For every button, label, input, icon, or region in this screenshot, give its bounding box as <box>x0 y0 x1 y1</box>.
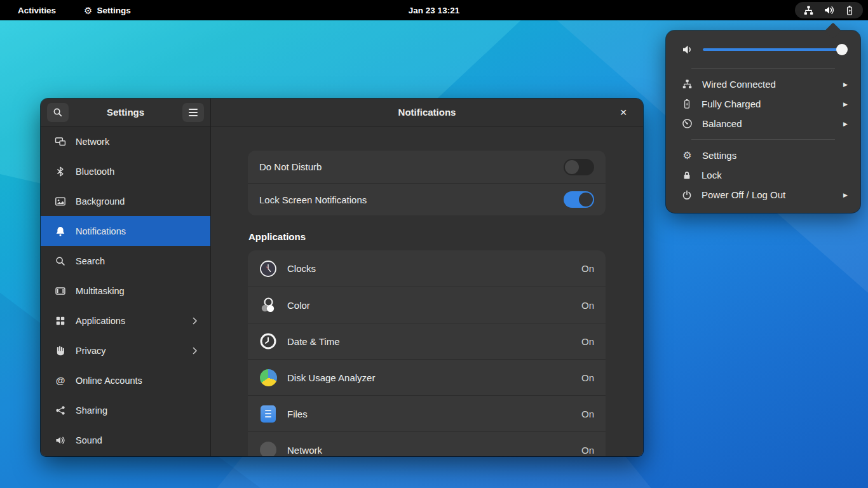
menu-separator <box>691 68 835 69</box>
menu-item-power-profile[interactable]: Balanced ▶ <box>666 114 860 133</box>
menu-item-settings[interactable]: ⚙ Settings <box>666 146 860 165</box>
settings-sidebar: Settings Network Bluetooth <box>41 98 211 456</box>
menu-item-battery[interactable]: Fully Charged ▶ <box>666 94 860 114</box>
app-row-color[interactable]: Color On <box>248 287 606 323</box>
sidebar-item-multitasking[interactable]: Multitasking <box>41 276 210 306</box>
app-row-files[interactable]: Files On <box>248 395 606 431</box>
settings-window: Settings Network Bluetooth <box>41 98 643 456</box>
sidebar-item-background[interactable]: Background <box>41 186 210 216</box>
app-menu-label: Settings <box>97 6 130 15</box>
network-icon <box>55 136 66 147</box>
submenu-arrow-icon: ▶ <box>843 81 848 88</box>
battery-icon <box>682 98 692 109</box>
search-icon <box>55 255 66 267</box>
sidebar-item-sound[interactable]: Sound <box>41 425 210 455</box>
sharing-icon <box>55 405 66 416</box>
volume-icon <box>824 4 835 16</box>
sidebar-item-bluetooth[interactable]: Bluetooth <box>41 156 210 186</box>
clock-button[interactable]: Jan 23 13:21 <box>403 4 465 17</box>
sidebar-headerbar: Settings <box>41 98 210 126</box>
disk-usage-analyzer-app-icon <box>259 369 277 386</box>
sidebar-item-sharing[interactable]: Sharing <box>41 395 210 425</box>
gear-icon: ⚙ <box>84 6 92 15</box>
search-button[interactable] <box>47 103 69 122</box>
files-app-icon <box>259 405 277 423</box>
sidebar-nav: Network Bluetooth Background Notificatio… <box>41 126 210 456</box>
clock-label: Jan 23 13:21 <box>409 6 459 15</box>
close-icon: × <box>620 105 627 119</box>
bluetooth-icon <box>55 166 66 177</box>
submenu-arrow-icon: ▶ <box>843 101 848 107</box>
close-button[interactable]: × <box>613 98 634 126</box>
lock-icon <box>682 170 692 180</box>
chevron-right-icon <box>191 347 199 355</box>
lock-screen-notifications-row[interactable]: Lock Screen Notifications <box>248 183 606 215</box>
page-content: Do Not Disturb Lock Screen Notifications… <box>211 126 643 456</box>
sound-speaker-icon <box>55 435 66 446</box>
online-accounts-at-icon: @ <box>55 375 66 386</box>
battery-icon <box>844 5 855 16</box>
app-status: On <box>581 300 594 311</box>
app-status: On <box>581 445 594 456</box>
sidebar-item-online-accounts[interactable]: @ Online Accounts <box>41 365 210 395</box>
clocks-app-icon <box>259 260 277 278</box>
do-not-disturb-toggle[interactable] <box>564 159 594 175</box>
app-row-network[interactable]: Network On <box>248 431 606 456</box>
sidebar-item-network[interactable]: Network <box>41 126 210 156</box>
power-profile-icon <box>682 118 693 129</box>
background-image-icon <box>55 196 66 207</box>
search-icon <box>53 107 63 118</box>
app-row-clocks[interactable]: Clocks On <box>248 250 606 287</box>
hamburger-icon <box>189 109 198 116</box>
activities-label: Activities <box>18 6 56 15</box>
sidebar-item-applications[interactable]: Applications <box>41 306 210 336</box>
app-status: On <box>581 263 594 274</box>
menu-item-lock[interactable]: Lock <box>666 165 860 185</box>
top-bar: Activities ⚙ Settings Jan 23 13:21 <box>0 0 868 20</box>
notifications-panel: Notifications × Do Not Disturb Lock Scre… <box>211 98 643 456</box>
sidebar-item-privacy[interactable]: Privacy <box>41 336 210 365</box>
page-title: Notifications <box>398 107 456 118</box>
app-row-date-time[interactable]: Date & Time On <box>248 323 606 359</box>
wired-network-icon <box>803 5 814 16</box>
power-icon <box>682 190 692 200</box>
sidebar-item-search[interactable]: Search <box>41 246 210 276</box>
volume-slider-track <box>703 48 846 51</box>
menu-separator <box>691 139 835 140</box>
app-status: On <box>581 336 594 347</box>
system-menu-popover: Wired Connected ▶ Fully Charged ▶ Balanc… <box>666 30 860 213</box>
volume-slider[interactable] <box>703 44 846 55</box>
date-time-app-icon <box>259 332 277 350</box>
privacy-hand-icon <box>55 345 66 356</box>
app-status: On <box>581 372 594 383</box>
notifications-bell-icon <box>55 226 66 237</box>
volume-speaker-icon <box>681 43 694 56</box>
applications-grid-icon <box>55 315 66 327</box>
volume-slider-thumb[interactable] <box>836 44 848 55</box>
submenu-arrow-icon: ▶ <box>843 192 848 198</box>
chevron-right-icon <box>191 317 199 325</box>
menu-item-wired-connected[interactable]: Wired Connected ▶ <box>666 74 860 94</box>
lock-screen-notifications-toggle[interactable] <box>564 191 594 208</box>
applications-section-heading: Applications <box>248 231 606 242</box>
wired-network-icon <box>682 79 693 90</box>
volume-row <box>666 39 860 62</box>
network-app-icon <box>259 441 277 456</box>
main-headerbar: Notifications × <box>211 98 643 126</box>
system-tray-button[interactable] <box>795 2 863 18</box>
multitasking-icon <box>55 285 66 297</box>
app-row-disk-usage-analyzer[interactable]: Disk Usage Analyzer On <box>248 359 606 395</box>
color-app-icon <box>259 296 277 314</box>
menu-item-power-off[interactable]: Power Off / Log Out ▶ <box>666 185 860 205</box>
app-menu-button[interactable]: ⚙ Settings <box>79 4 136 17</box>
app-status: On <box>581 409 594 419</box>
applications-list-card: Clocks On Color On Date & Time On <box>248 250 606 456</box>
notification-toggles-card: Do Not Disturb Lock Screen Notifications <box>248 151 606 215</box>
sidebar-item-notifications[interactable]: Notifications <box>41 216 210 246</box>
activities-button[interactable]: Activities <box>13 4 61 17</box>
primary-menu-button[interactable] <box>182 103 204 122</box>
submenu-arrow-icon: ▶ <box>843 121 848 127</box>
do-not-disturb-row[interactable]: Do Not Disturb <box>248 151 606 183</box>
gear-icon: ⚙ <box>682 151 693 161</box>
